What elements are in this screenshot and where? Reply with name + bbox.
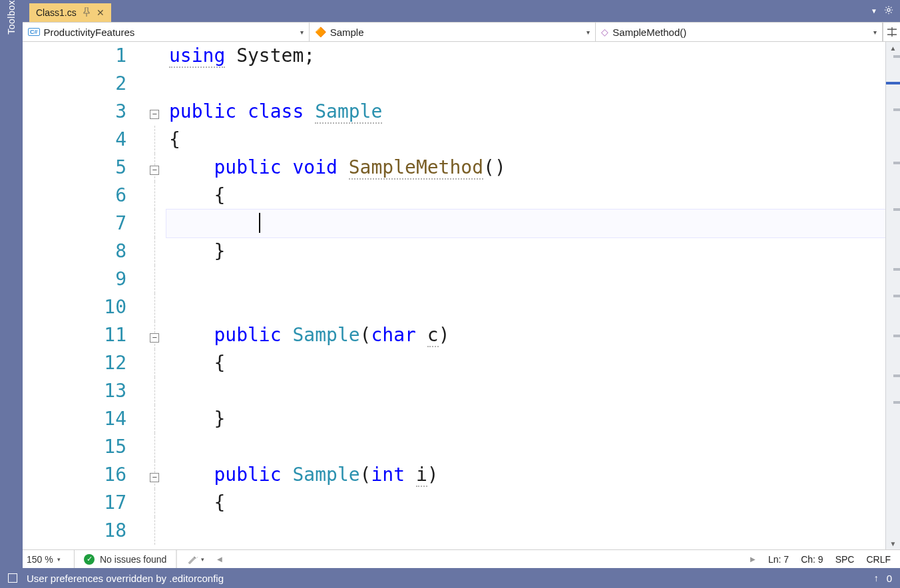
split-editor-button[interactable]: [883, 23, 900, 41]
fold-toggle[interactable]: −: [150, 333, 159, 343]
dropdown-icon[interactable]: ▼: [871, 7, 877, 15]
chevron-down-icon: ▾: [586, 29, 590, 36]
line-number: 9: [23, 265, 142, 293]
line-number: 11: [23, 321, 142, 349]
line-number: 4: [23, 126, 142, 154]
code-surface[interactable]: 1 using System; 2 3 − public class Sampl…: [23, 42, 885, 545]
overview-current-marker: [886, 82, 900, 84]
chevron-down-icon: ▾: [300, 29, 304, 36]
document-tab-filename: Class1.cs: [36, 7, 77, 18]
code-line: 9: [23, 265, 885, 293]
line-number: 18: [23, 517, 142, 545]
code-line: 1 using System;: [23, 42, 885, 70]
line-number: 12: [23, 349, 142, 377]
ide-status-bar: User preferences overridden by .editorco…: [0, 568, 900, 588]
line-number: 17: [23, 489, 142, 517]
code-line: 10: [23, 293, 885, 321]
caret-status: Ln: 7 Ch: 9 SPC CRLF: [759, 554, 900, 565]
line-number: 7: [23, 210, 142, 237]
zoom-value: 150 %: [27, 554, 53, 565]
line-number: 5: [23, 154, 142, 182]
nav-namespace-label: ProductivityFeatures: [44, 27, 135, 38]
code-line: 14 }: [23, 405, 885, 433]
fold-toggle[interactable]: −: [150, 110, 159, 119]
document-tab-class1[interactable]: Class1.cs ✕: [29, 3, 111, 22]
code-line: 3 − public class Sample: [23, 98, 885, 126]
line-number: 10: [23, 293, 142, 321]
pin-icon[interactable]: [83, 7, 90, 19]
document-tab-strip: Class1.cs ✕: [23, 0, 864, 22]
zoom-dropdown[interactable]: 150 % ▾: [23, 550, 75, 568]
tab-row: Class1.cs ✕ ▼: [0, 0, 900, 22]
toolbox-panel[interactable]: Toolbox: [0, 0, 23, 568]
vertical-scrollbar[interactable]: ▲ ▼: [885, 42, 900, 549]
nav-class-label: Sample: [330, 27, 364, 38]
scroll-down-icon[interactable]: ▼: [886, 537, 900, 549]
line-number: 6: [23, 182, 142, 210]
code-line: 6 {: [23, 182, 885, 210]
line-number: 16: [23, 461, 142, 489]
csharp-badge-icon: C#: [28, 28, 40, 36]
issues-text: No issues found: [100, 554, 166, 565]
text-caret: [259, 213, 260, 233]
code-line: 17 {: [23, 489, 885, 517]
method-icon: ◇: [601, 27, 608, 37]
check-icon: ✓: [84, 554, 95, 565]
toolbox-tab-label[interactable]: Toolbox: [0, 0, 23, 39]
nav-namespace-dropdown[interactable]: C# ProductivityFeatures ▾: [23, 23, 310, 41]
class-icon: 🔶: [315, 27, 326, 37]
close-icon[interactable]: ✕: [97, 7, 105, 18]
line-number: 1: [23, 42, 142, 70]
status-line-number: 7: [784, 554, 789, 565]
code-line: 8 }: [23, 237, 885, 265]
line-number: 13: [23, 377, 142, 405]
code-editor[interactable]: 1 using System; 2 3 − public class Sampl…: [23, 42, 900, 549]
nav-member-label: SampleMethod(): [612, 27, 686, 38]
line-number: 3: [23, 98, 142, 126]
code-line: 2: [23, 70, 885, 98]
code-line: 16 − public Sample(int i): [23, 461, 885, 489]
window-controls: ▼: [864, 0, 900, 22]
issues-indicator[interactable]: ✓ No issues found: [75, 550, 176, 568]
gear-icon[interactable]: [884, 5, 893, 17]
code-line: 12 {: [23, 349, 885, 377]
code-line: 11 − public Sample(char c): [23, 321, 885, 349]
publish-icon[interactable]: ↑: [874, 573, 879, 583]
scroll-up-icon[interactable]: ▲: [886, 42, 900, 54]
line-number: 14: [23, 405, 142, 433]
status-message: User preferences overridden by .editorco…: [27, 573, 224, 584]
line-number: 8: [23, 237, 142, 265]
svg-point-0: [887, 9, 890, 11]
nav-class-dropdown[interactable]: 🔶 Sample ▾: [310, 23, 596, 41]
navigation-bar: C# ProductivityFeatures ▾ 🔶 Sample ▾ ◇ S…: [23, 22, 900, 42]
scroll-left-icon[interactable]: ◀: [214, 555, 226, 563]
line-number: 2: [23, 70, 142, 98]
code-line: 5 − public void SampleMethod(): [23, 154, 885, 182]
fold-toggle[interactable]: −: [150, 473, 159, 482]
cleanup-button[interactable]: ▾: [177, 550, 214, 568]
status-char-number: 9: [818, 554, 823, 565]
editorconfig-icon[interactable]: [8, 573, 17, 583]
status-line-ending[interactable]: CRLF: [866, 554, 891, 565]
code-line: 13: [23, 377, 885, 405]
fold-toggle[interactable]: −: [150, 166, 159, 175]
scroll-right-icon[interactable]: ▶: [747, 555, 759, 563]
code-line: 15: [23, 433, 885, 461]
editor-footer: 150 % ▾ ✓ No issues found ▾ ◀ ▶ Ln: 7 Ch…: [23, 549, 900, 568]
horizontal-scrollbar[interactable]: ◀ ▶: [214, 555, 759, 563]
line-number: 15: [23, 433, 142, 461]
publish-count: 0: [887, 573, 892, 584]
code-line: 18: [23, 517, 885, 545]
chevron-down-icon: ▾: [57, 556, 61, 563]
code-line-current: 7: [23, 210, 885, 237]
chevron-down-icon: ▾: [873, 29, 877, 36]
code-line: 4 {: [23, 126, 885, 154]
nav-member-dropdown[interactable]: ◇ SampleMethod() ▾: [596, 23, 883, 41]
status-indent[interactable]: SPC: [835, 554, 855, 565]
chevron-down-icon: ▾: [201, 556, 204, 563]
